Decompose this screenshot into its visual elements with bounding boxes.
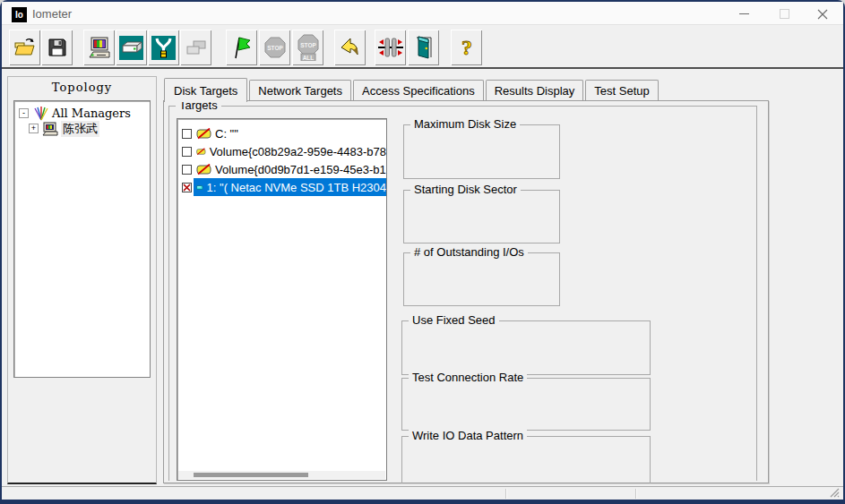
target-label: Volume{c08b29a2-959e-4483-b78 xyxy=(210,145,386,158)
tab-disk-targets[interactable]: Disk Targets xyxy=(164,78,247,102)
save-icon xyxy=(47,37,68,58)
minimize-button[interactable] xyxy=(729,4,758,23)
stop-all-tests-icon: STOP ALL xyxy=(297,34,320,61)
exit-button[interactable] xyxy=(408,30,439,65)
tab-access-specifications[interactable]: Access Specifications xyxy=(353,80,484,100)
stop-test-icon: STOP xyxy=(263,36,287,59)
window-border-top xyxy=(0,0,845,2)
stop-all-tests-button[interactable]: STOP ALL xyxy=(292,30,323,65)
use-fixed-seed-title: Use Fixed Seed xyxy=(409,313,499,327)
maximum-disk-size-group: Maximum Disk Size xyxy=(403,124,560,179)
status-divider xyxy=(505,489,506,499)
new-disk-worker-icon xyxy=(119,36,143,60)
tab-results-display[interactable]: Results Display xyxy=(486,80,584,100)
app-logo-icon: Io xyxy=(12,7,27,22)
duplicate-worker-icon xyxy=(185,37,208,58)
reset-workers-button[interactable] xyxy=(334,30,366,65)
exchange-icon xyxy=(378,36,403,59)
horizontal-scrollbar[interactable] xyxy=(178,471,385,479)
managers-network-icon xyxy=(32,107,50,121)
new-manager-button[interactable] xyxy=(83,30,115,65)
reset-workers-icon xyxy=(339,36,362,59)
svg-text:STOP: STOP xyxy=(300,42,316,48)
duplicate-worker-button[interactable] xyxy=(180,30,211,65)
tree-item-label: 陈张武 xyxy=(61,121,99,137)
topology-title: Topology xyxy=(8,81,156,94)
checked-x-icon xyxy=(183,184,191,192)
use-fixed-seed-group: Use Fixed Seed xyxy=(401,320,651,375)
status-bar xyxy=(2,486,843,500)
new-network-worker-button[interactable] xyxy=(148,30,179,65)
title-bar: Io Iometer xyxy=(2,2,843,25)
test-connection-rate-title: Test Connection Rate xyxy=(409,371,527,384)
iometer-window: Io Iometer xyxy=(0,0,845,504)
new-network-worker-icon xyxy=(151,36,176,60)
target-label: Volume{d0d9b7d1-e159-45e3-b1 xyxy=(215,163,386,176)
help-button[interactable]: ? xyxy=(451,30,482,65)
expand-box[interactable]: + xyxy=(29,124,39,133)
new-disk-worker-button[interactable] xyxy=(116,30,147,65)
tree-item-label: All Managers xyxy=(52,107,131,120)
physical-drive-icon xyxy=(196,182,203,193)
tab-network-targets[interactable]: Network Targets xyxy=(249,80,351,100)
svg-text:STOP: STOP xyxy=(267,45,283,51)
tab-test-setup[interactable]: Test Setup xyxy=(585,80,658,100)
window-title: Iometer xyxy=(32,7,72,21)
target-row-physical-drive[interactable]: 1: "( Netac NVMe SSD 1TB H2304 xyxy=(177,178,386,196)
status-divider xyxy=(635,489,636,499)
topology-tree: - All Managers + 陈张武 xyxy=(13,100,151,378)
target-label: 1: "( Netac NVMe SSD 1TB H2304 xyxy=(207,181,386,194)
target-checkbox[interactable] xyxy=(182,129,192,139)
help-icon: ? xyxy=(456,35,478,60)
target-label: C: "" xyxy=(215,127,238,141)
outstanding-ios-group: # of Outstanding I/Os xyxy=(403,252,560,306)
open-button[interactable] xyxy=(9,30,40,65)
logical-drive-icon xyxy=(196,128,211,140)
resize-grip[interactable] xyxy=(830,488,840,498)
collapse-box[interactable]: - xyxy=(19,108,29,118)
open-icon xyxy=(13,37,37,58)
starting-disk-sector-group: Starting Disk Sector xyxy=(403,190,560,243)
write-io-data-pattern-title: Write IO Data Pattern xyxy=(409,429,527,442)
target-checkbox-checked[interactable] xyxy=(182,183,192,192)
outstanding-ios-title: # of Outstanding I/Os xyxy=(410,245,528,259)
scrollbar-thumb[interactable] xyxy=(194,473,308,477)
maximum-disk-size-title: Maximum Disk Size xyxy=(410,117,520,131)
start-tests-icon xyxy=(230,35,254,60)
starting-disk-sector-title: Starting Disk Sector xyxy=(410,183,521,196)
svg-text:ALL: ALL xyxy=(302,55,314,61)
tree-item-manager[interactable]: + 陈张武 xyxy=(29,121,99,136)
logical-drive-icon xyxy=(196,164,211,175)
topology-panel: Topology - All Managers + xyxy=(7,76,157,484)
tab-bar: Disk Targets Network Targets Access Spec… xyxy=(164,78,659,102)
logical-drive-icon xyxy=(196,146,206,158)
save-button[interactable] xyxy=(41,30,73,65)
target-row-c-drive[interactable]: C: "" xyxy=(177,124,386,142)
targets-list[interactable]: C: "" Volume{c08b29a2-959e-4483-b78 Volu… xyxy=(177,118,387,481)
svg-text:?: ? xyxy=(461,36,472,59)
close-button[interactable] xyxy=(808,4,837,23)
stop-test-button[interactable]: STOP xyxy=(259,30,290,65)
target-checkbox[interactable] xyxy=(182,147,192,157)
start-tests-button[interactable] xyxy=(226,30,257,65)
target-row-volume-1[interactable]: Volume{c08b29a2-959e-4483-b78 xyxy=(177,142,386,160)
write-io-data-pattern-group: Write IO Data Pattern xyxy=(401,436,651,483)
exit-icon xyxy=(412,35,435,60)
target-checkbox[interactable] xyxy=(182,165,192,175)
exchange-button[interactable] xyxy=(375,30,406,65)
manager-computer-icon xyxy=(42,122,59,136)
new-manager-icon xyxy=(88,36,111,59)
target-row-volume-2[interactable]: Volume{d0d9b7d1-e159-45e3-b1 xyxy=(177,160,386,178)
test-connection-rate-group: Test Connection Rate xyxy=(401,378,651,431)
maximize-button[interactable] xyxy=(770,4,798,23)
tree-item-all-managers[interactable]: - All Managers xyxy=(19,106,131,121)
toolbar: STOP STOP ALL xyxy=(2,25,843,69)
window-border-left xyxy=(0,0,2,504)
window-border-bottom xyxy=(0,500,845,504)
